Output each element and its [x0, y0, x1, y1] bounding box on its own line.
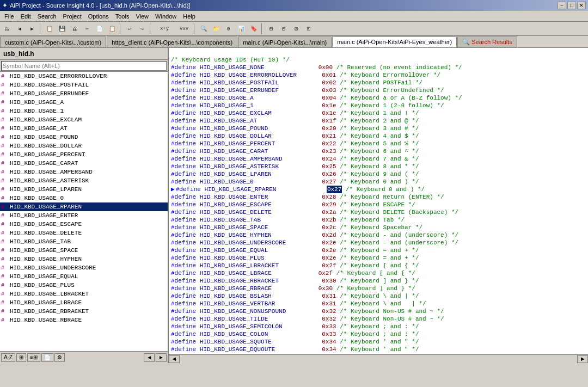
- menu-search[interactable]: Search: [34, 11, 60, 21]
- symbol-item[interactable]: #HID_KBD_USAGE_ENTER: [0, 211, 168, 220]
- comment: /* Keyboard = and + */: [336, 254, 419, 262]
- menu-tools[interactable]: Tools: [112, 11, 133, 21]
- symbol-name: HID_KBD_USAGE_ESCAPE: [10, 221, 82, 228]
- toolbar-btn-8[interactable]: 📄: [94, 23, 106, 35]
- code-line: #define HID_KBD_USAGE_SEMICOLON 0x33 /* …: [171, 323, 586, 330]
- comment: /* Keyboard ] and } */: [333, 285, 415, 292]
- horizontal-scrollbar[interactable]: ◄ ►: [169, 354, 588, 363]
- az-button[interactable]: A-Z: [1, 353, 15, 362]
- toolbar-btn-11[interactable]: 📁: [210, 23, 222, 35]
- symbol-item[interactable]: #HID_KBD_USAGE_ERRORROLLOVER: [0, 72, 168, 81]
- symbol-item[interactable]: #HID_KBD_USAGE_SPACE: [0, 246, 168, 255]
- symbol-item[interactable]: #HID_KBD_USAGE_A: [0, 98, 168, 107]
- maximize-button[interactable]: □: [567, 2, 576, 9]
- toolbar-btn-18[interactable]: ⊡: [303, 23, 315, 35]
- symbol-item[interactable]: #HID_KBD_USAGE_RPAREN: [0, 202, 168, 211]
- toolbar-btn-17[interactable]: ⊠: [290, 23, 302, 35]
- symbol-item[interactable]: #HID_KBD_USAGE_LPAREN: [0, 185, 168, 194]
- toolbar-btn-2[interactable]: ◀: [14, 23, 26, 35]
- symbol-item[interactable]: #HID_KBD_USAGE_EXCLAM: [0, 115, 168, 124]
- symbol-item[interactable]: #HID_KBD_USAGE_POSTFAIL: [0, 81, 168, 89]
- toolbar-btn-3[interactable]: ▶: [26, 23, 38, 35]
- symbol-item[interactable]: #HID_KBD_USAGE_RBRACKET: [0, 307, 168, 316]
- toolbar-btn-12[interactable]: ⚙: [223, 23, 235, 35]
- macro-name: HID_KBD_USAGE_DOLLAR: [196, 132, 322, 140]
- macro-name: HID_KBD_USAGE_SPACE: [196, 224, 322, 231]
- symbol-item[interactable]: #HID_KBD_USAGE_HYPHEN: [0, 255, 168, 263]
- menu-window[interactable]: Window: [152, 11, 180, 21]
- symbol-item[interactable]: #HID_KBD_USAGE_CARAT: [0, 159, 168, 168]
- tab-custom[interactable]: custom.c (AiPi-Open-Kits\...\custom): [0, 36, 106, 47]
- comment: /* Keyboard ' and " */: [336, 338, 419, 346]
- comment: /* Keyboard 0 and ) */: [342, 186, 425, 193]
- symbol-item[interactable]: #HID_KBD_USAGE_LBRACKET: [0, 290, 168, 298]
- toolbar-search[interactable]: x+y: [154, 23, 175, 35]
- scroll-left[interactable]: ◄: [144, 353, 155, 362]
- toolbar-redo[interactable]: ↪: [136, 23, 148, 35]
- macro-name: HID_KBD_USAGE_LPAREN: [196, 170, 322, 178]
- symbol-item[interactable]: #HID_KBD_USAGE_EQUAL: [0, 272, 168, 281]
- menu-project[interactable]: Project: [60, 11, 85, 21]
- toolbar-btn-5[interactable]: 💾: [56, 23, 68, 35]
- toolbar-sep-2: [120, 23, 122, 34]
- tab-main1[interactable]: main.c (AiPi-Open-Kits\...\main): [238, 36, 332, 47]
- menu-view[interactable]: View: [132, 11, 152, 21]
- keyword: #define: [171, 224, 196, 231]
- close-button[interactable]: ✕: [577, 2, 586, 9]
- scroll-right-btn[interactable]: ►: [577, 355, 588, 363]
- symbol-item[interactable]: #HID_KBD_USAGE_PLUS: [0, 281, 168, 290]
- toolbar-wave[interactable]: vvv: [176, 23, 192, 35]
- sym-hash-icon: #: [1, 265, 8, 271]
- toolbar-btn-14[interactable]: 🔖: [248, 23, 260, 35]
- toolbar-btn-4[interactable]: 📋: [44, 23, 56, 35]
- toolbar-btn-10[interactable]: 🔍: [198, 23, 210, 35]
- menu-help[interactable]: Help: [180, 11, 199, 21]
- keyword: #define: [171, 140, 196, 148]
- tab-main2[interactable]: main.c (AiPi-Open-Kits\AiPi-Eyes_weather…: [332, 36, 457, 47]
- symbol-item[interactable]: #HID_KBD_USAGE_ASTERISK: [0, 176, 168, 185]
- list-button[interactable]: ≡⊞: [27, 353, 40, 362]
- settings-button[interactable]: ⚙: [54, 353, 65, 362]
- symbol-item[interactable]: #HID_KBD_USAGE_POUND: [0, 133, 168, 142]
- toolbar-btn-9[interactable]: 📋: [106, 23, 118, 35]
- symbol-item[interactable]: #HID_KBD_USAGE_RBRACE: [0, 316, 168, 324]
- sym-hash-icon: #: [1, 317, 8, 323]
- symbol-item[interactable]: #HID_KBD_USAGE_0: [0, 194, 168, 202]
- keyword: #define: [176, 186, 201, 193]
- toolbar-btn-1[interactable]: 🗂: [1, 23, 13, 35]
- symbol-item[interactable]: #HID_KBD_USAGE_ESCAPE: [0, 220, 168, 229]
- scroll-left-btn[interactable]: ◄: [169, 355, 180, 363]
- toolbar-btn-15[interactable]: ⊞: [265, 23, 277, 35]
- menu-file[interactable]: File: [1, 11, 17, 21]
- symbol-item[interactable]: #HID_KBD_USAGE_TAB: [0, 237, 168, 246]
- hex-value: 0x2e: [322, 254, 336, 262]
- toolbar-btn-16[interactable]: ⊟: [278, 23, 290, 35]
- tab-search-results[interactable]: 🔍 Search Results: [457, 36, 517, 47]
- symbol-item[interactable]: #HID_KBD_USAGE_UNDERSCORE: [0, 263, 168, 272]
- toolbar-btn-7[interactable]: ✂: [81, 23, 93, 35]
- symbol-item[interactable]: #HID_KBD_USAGE_ERRUNDEF: [0, 89, 168, 98]
- minimize-button[interactable]: −: [558, 2, 566, 9]
- toolbar-btn-6[interactable]: 🖨: [69, 23, 81, 35]
- grid-button[interactable]: ⊞: [16, 353, 26, 362]
- toolbar-btn-13[interactable]: 📊: [235, 23, 247, 35]
- code-scroll[interactable]: #define HID_DESKTOP_USAGE_DISPLAY_DUAL 0…: [169, 48, 588, 354]
- tab-https-client[interactable]: https_client.c (AiPi-Open-Kits\...\compo…: [107, 36, 237, 47]
- file-button[interactable]: 📄: [41, 353, 53, 362]
- macro-name: HID_KBD_USAGE_LBRACKET: [196, 262, 322, 269]
- symbol-item[interactable]: #HID_KBD_USAGE_LBRACE: [0, 298, 168, 307]
- scroll-right[interactable]: ►: [156, 353, 167, 362]
- symbol-item[interactable]: #HID_KBD_USAGE_1: [0, 107, 168, 115]
- macro-name: HID_KBD_USAGE_UNDERSCORE: [196, 239, 322, 247]
- comment: /* Keyboard 9 and ( */: [336, 170, 419, 178]
- symbol-item[interactable]: #HID_KBD_USAGE_AMPERSAND: [0, 168, 168, 176]
- symbol-item[interactable]: #HID_KBD_USAGE_PERCENT: [0, 150, 168, 159]
- symbol-item[interactable]: #HID_KBD_USAGE_AT: [0, 124, 168, 133]
- search-input[interactable]: [1, 61, 167, 71]
- symbol-name: HID_KBD_USAGE_POUND: [10, 134, 78, 140]
- toolbar-undo[interactable]: ↩: [124, 23, 136, 35]
- symbol-item[interactable]: #HID_KBD_USAGE_DOLLAR: [0, 142, 168, 150]
- menu-edit[interactable]: Edit: [17, 11, 34, 21]
- symbol-item[interactable]: #HID_KBD_USAGE_DELETE: [0, 229, 168, 237]
- menu-options[interactable]: Options: [85, 11, 112, 21]
